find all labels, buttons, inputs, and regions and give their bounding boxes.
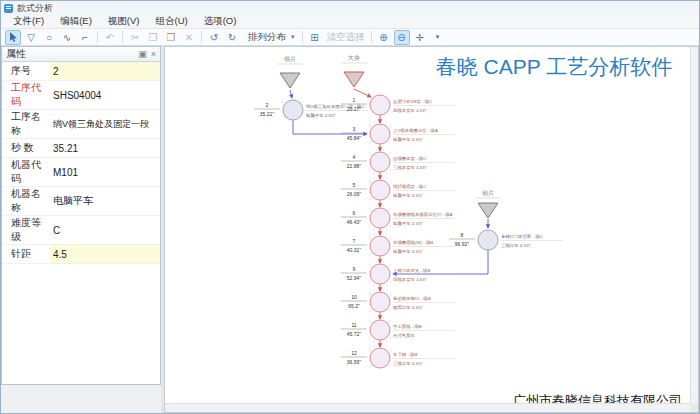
- property-row: 秒 数 35.21: [2, 139, 160, 158]
- node-seconds: 40.31": [347, 247, 362, 253]
- part-source-triangle[interactable]: [344, 72, 364, 87]
- menu-options[interactable]: 选项(O): [196, 15, 245, 28]
- triangle-tool-button[interactable]: ▽: [23, 30, 39, 45]
- part-source-label: 领片: [284, 56, 296, 63]
- node-machine: 电脑平车 4.5针: [393, 192, 423, 198]
- node-process-name: 绱打领底骨 - 级C: [393, 184, 426, 190]
- curve-tool-button[interactable]: ∿: [59, 30, 75, 45]
- zoom-in-button[interactable]: ⊕: [376, 30, 392, 45]
- property-row: 机器名称 电脑平车: [2, 187, 160, 216]
- process-node-5[interactable]: [370, 180, 390, 200]
- polyline-tool-button[interactable]: ⌐: [77, 30, 93, 45]
- copy-button[interactable]: ❐: [145, 30, 161, 45]
- tool-bar: ▽ ○ ∿ ⌐ ↶ ✂ ❐ ❒ ✕ ↺ ↻ 排列分布 ▾ ⊞ 清空选择 ⊕ ⊖ …: [1, 28, 699, 46]
- process-flow-diagram: 领片大身袖片235.21"绱V领三角处及固定一段 - 级C电脑平车 4.5针12…: [165, 47, 692, 410]
- align-grid-button[interactable]: ⊞: [307, 30, 323, 45]
- arrange-distribute-label: 排列分布: [245, 31, 289, 44]
- arrange-distribute-button[interactable]: 排列分布 ▾: [242, 30, 298, 45]
- node-seconds: 96.92": [455, 241, 470, 247]
- part-source-triangle[interactable]: [478, 203, 498, 218]
- property-value-difficulty[interactable]: C: [50, 216, 160, 244]
- menu-file[interactable]: 文件(F): [5, 15, 52, 28]
- property-label: 工序代码: [2, 81, 50, 109]
- node-machine: 电脑平车 4.5针: [393, 248, 423, 254]
- property-label: 机器代码: [2, 158, 50, 186]
- diagram-canvas[interactable]: 领片大身袖片235.21"绱V领三角处及固定一段 - 级C电脑平车 4.5针12…: [164, 46, 699, 413]
- toolbar-overflow-button[interactable]: ▾: [430, 30, 446, 45]
- property-value-stitch[interactable]: 4.5: [50, 245, 160, 263]
- rotate-right-button[interactable]: ↻: [224, 30, 240, 45]
- cut-button[interactable]: ✂: [127, 30, 143, 45]
- process-node-3[interactable]: [370, 124, 390, 144]
- delete-button[interactable]: ✕: [181, 30, 197, 45]
- circle-tool-button[interactable]: ○: [41, 30, 57, 45]
- node-seconds: 65.2": [348, 303, 360, 309]
- part-source-label: 大身: [348, 54, 360, 61]
- canvas-title: 春晓 CAPP 工艺分析软件: [403, 53, 699, 81]
- process-node-10[interactable]: [370, 292, 390, 312]
- menu-edit[interactable]: 编辑(E): [52, 15, 100, 28]
- process-node-6[interactable]: [370, 208, 390, 228]
- part-source-triangle[interactable]: [280, 73, 300, 88]
- process-node-12[interactable]: [370, 348, 390, 368]
- node-seconds: 20.17": [347, 106, 362, 112]
- property-row: 工序代码 SHS04004: [2, 81, 160, 110]
- node-number: 11: [351, 322, 356, 328]
- node-machine: 圆筒冚车 4.5针: [393, 305, 423, 310]
- node-seconds: 36.59": [347, 359, 362, 365]
- process-node-8[interactable]: [478, 230, 498, 250]
- menu-view[interactable]: 视图(V): [100, 15, 148, 28]
- properties-panel: 属性 ▣ × 序号 2 工序代码 SHS04004 工序名称 绱V领三角处及固定…: [1, 46, 161, 385]
- property-value-seconds[interactable]: 35.21: [50, 139, 160, 157]
- node-process-name: 车领圈底线(W) - 级B: [393, 240, 433, 245]
- process-node-1[interactable]: [370, 95, 390, 115]
- node-process-name: 车下脚 - 级B: [393, 352, 417, 357]
- process-node-11[interactable]: [370, 320, 390, 340]
- rotate-left-button[interactable]: ↺: [206, 30, 222, 45]
- property-value-machine-code[interactable]: M101: [50, 158, 160, 186]
- close-icon[interactable]: ×: [151, 49, 156, 59]
- node-machine: 三线及骨车 4.5针: [393, 165, 427, 170]
- toolbar-separator: [302, 31, 303, 43]
- zoom-out-button[interactable]: ⊖: [394, 30, 410, 45]
- node-process-name: 上V领及领圈定位 - 级A: [393, 128, 438, 133]
- process-node-2[interactable]: [283, 100, 303, 120]
- node-seconds: 35.21": [260, 111, 275, 117]
- undo-button[interactable]: ↶: [102, 30, 118, 45]
- property-value-process-name[interactable]: 绱V领三角处及固定一段: [50, 110, 160, 138]
- property-row: 难度等级 C: [2, 216, 160, 245]
- vertical-scrollbar[interactable]: [690, 47, 698, 403]
- process-node-4[interactable]: [370, 152, 390, 172]
- select-tool-button[interactable]: [5, 30, 21, 45]
- app-icon: [4, 4, 13, 13]
- window-title: 款式分析: [17, 2, 53, 15]
- node-number: 1: [353, 97, 356, 103]
- process-node-9[interactable]: [370, 264, 390, 284]
- pan-button[interactable]: ✛: [412, 30, 428, 45]
- property-row: 序号 2: [2, 62, 160, 81]
- node-seconds: 26.09": [347, 191, 362, 197]
- properties-panel-title: 属性: [6, 47, 134, 61]
- paste-button[interactable]: ❒: [163, 30, 179, 45]
- property-value-machine-name[interactable]: 电脑平车: [50, 187, 160, 215]
- property-row: 机器代码 M101: [2, 158, 160, 187]
- toolbar-separator: [201, 31, 202, 43]
- pin-icon[interactable]: ▣: [138, 49, 147, 59]
- node-number: 12: [351, 350, 357, 356]
- node-process-name: 合肩*2及3/8骨 - 级C: [392, 99, 432, 104]
- menu-group[interactable]: 组合(U): [147, 15, 195, 28]
- property-row: 工序名称 绱V领三角处及固定一段: [2, 110, 160, 139]
- app-window: 款式分析 文件(F) 编辑(E) 视图(V) 组合(U) 选项(O) ▽ ○ ∿…: [0, 0, 700, 414]
- node-machine: 四线及骨车 4.5针: [393, 108, 427, 113]
- clear-selection-button[interactable]: 清空选择: [324, 31, 368, 44]
- property-value-serial[interactable]: 2: [50, 62, 160, 80]
- property-value-process-code[interactable]: SHS04004: [50, 81, 160, 109]
- left-column: 属性 ▣ × 序号 2 工序代码 SHS04004 工序名称 绱V领三角处及固定…: [1, 46, 161, 413]
- process-node-7[interactable]: [370, 236, 390, 256]
- cursor-icon: [9, 32, 18, 43]
- horizontal-scrollbar[interactable]: [165, 403, 690, 412]
- scrollbar-corner: [690, 403, 698, 412]
- node-number: 2: [266, 102, 269, 108]
- node-process-name: 卷袖口*2及打枣 - 级C: [501, 234, 543, 240]
- toolbar-separator: [371, 31, 372, 43]
